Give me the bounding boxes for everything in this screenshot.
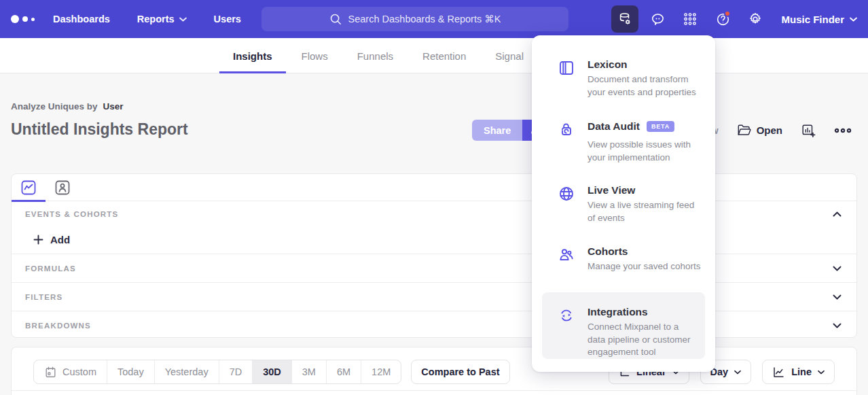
- ellipsis-icon: [834, 128, 852, 133]
- calendar-icon: [44, 366, 57, 379]
- add-to-dashboard-icon: [801, 123, 816, 138]
- report-title[interactable]: Untitled Insights Report: [11, 120, 188, 139]
- menu-item-data-audit[interactable]: Data Audit BETA View possible issues wit…: [532, 120, 715, 164]
- settings-button[interactable]: [739, 5, 772, 33]
- search-input[interactable]: Search Dashboards & Reports ⌘K: [261, 7, 568, 31]
- project-name: Music Finder: [781, 14, 844, 25]
- folder-icon: [737, 124, 751, 137]
- chevron-up-icon[interactable]: [833, 211, 842, 217]
- range-yesterday[interactable]: Yesterday: [155, 360, 219, 383]
- lexicon-icon: [558, 59, 575, 77]
- menu-item-lexicon[interactable]: Lexicon Document and transform your even…: [532, 58, 715, 99]
- range-3m[interactable]: 3M: [292, 360, 327, 383]
- query-builder-panel: EVENTS & COHORTS Add FORMULAS FILTERS BR…: [11, 173, 857, 338]
- line-chart-icon: [772, 366, 785, 379]
- breadcrumb: Analyze Uniques byUser: [11, 101, 124, 111]
- tab-signal[interactable]: Signal: [482, 38, 537, 73]
- section-events-cohorts[interactable]: EVENTS & COHORTS: [12, 201, 856, 226]
- range-today[interactable]: Today: [107, 360, 155, 383]
- compare-to-past-button[interactable]: Compare to Past: [411, 360, 509, 384]
- chevron-down-icon[interactable]: [833, 294, 842, 300]
- help-button[interactable]: [706, 5, 739, 33]
- section-filters[interactable]: FILTERS: [12, 283, 856, 311]
- range-6m[interactable]: 6M: [327, 360, 361, 383]
- tab-retention[interactable]: Retention: [409, 38, 480, 73]
- open-report-button[interactable]: Open: [737, 124, 782, 137]
- chart-tab-icon: [20, 179, 37, 196]
- tools-dropdown-menu: Lexicon Document and transform your even…: [532, 35, 715, 372]
- person-tab-icon: [54, 179, 71, 196]
- events-tab[interactable]: [12, 174, 46, 201]
- section-breakdowns[interactable]: BREAKDOWNS: [12, 311, 856, 339]
- message-bubble-icon: [650, 12, 666, 27]
- apps-grid-button[interactable]: [674, 5, 706, 33]
- data-audit-icon: [558, 121, 575, 139]
- top-navigation: Dashboards Reports Users Search Dashboar…: [0, 0, 868, 38]
- share-button[interactable]: Share: [472, 120, 522, 141]
- nav-item-reports[interactable]: Reports: [137, 14, 187, 24]
- add-to-dashboard-button[interactable]: [801, 123, 816, 138]
- cohorts-icon: [558, 246, 575, 264]
- menu-item-integrations[interactable]: Integrations Connect Mixpanel to a data …: [542, 292, 705, 359]
- plus-icon: [33, 235, 43, 245]
- chevron-down-icon: [179, 17, 187, 22]
- date-range-control: Custom Today Yesterday 7D 30D 3M 6M 12M: [33, 360, 401, 384]
- chart-type-dropdown[interactable]: Line: [762, 360, 835, 384]
- apps-grid-icon: [683, 12, 698, 27]
- tab-flows[interactable]: Flows: [288, 38, 342, 73]
- more-options-button[interactable]: [834, 128, 852, 133]
- query-builder-tabs: [12, 174, 856, 201]
- range-7d[interactable]: 7D: [219, 360, 253, 383]
- add-event-button[interactable]: Add: [12, 226, 856, 254]
- project-switcher[interactable]: Music Finder: [781, 14, 857, 25]
- section-formulas[interactable]: FORMULAS: [12, 254, 856, 282]
- chevron-down-icon[interactable]: [833, 266, 842, 271]
- search-icon: [329, 13, 342, 25]
- range-30d[interactable]: 30D: [253, 360, 292, 383]
- range-12m[interactable]: 12M: [361, 360, 401, 383]
- messages-button[interactable]: [641, 5, 674, 33]
- integrations-icon: [558, 307, 575, 324]
- chart-panel: Custom Today Yesterday 7D 30D 3M 6M 12M …: [11, 347, 857, 395]
- mixpanel-logo[interactable]: [11, 12, 35, 26]
- chevron-down-icon: [734, 370, 741, 375]
- profiles-tab[interactable]: [46, 174, 79, 201]
- chevron-down-icon: [850, 17, 857, 22]
- beta-badge: BETA: [647, 121, 674, 132]
- data-management-icon: [617, 12, 632, 27]
- chevron-down-icon[interactable]: [833, 323, 842, 328]
- live-view-icon: [558, 185, 575, 203]
- nav-item-dashboards[interactable]: Dashboards: [53, 14, 110, 24]
- nav-item-users[interactable]: Users: [214, 14, 241, 24]
- range-custom[interactable]: Custom: [34, 360, 107, 383]
- tab-insights[interactable]: Insights: [219, 38, 286, 73]
- chevron-down-icon: [818, 370, 825, 375]
- gear-icon: [748, 12, 763, 27]
- menu-item-live-view[interactable]: Live View View a live streaming feed of …: [532, 184, 715, 224]
- menu-item-cohorts[interactable]: Cohorts Manage your saved cohorts: [532, 245, 715, 273]
- report-tabbar: Insights Flows Funnels Retention Signal …: [0, 38, 868, 73]
- search-placeholder: Search Dashboards & Reports ⌘K: [348, 14, 501, 24]
- uniques-by-selector[interactable]: User: [103, 101, 124, 111]
- data-management-button[interactable]: [611, 5, 638, 33]
- tab-funnels[interactable]: Funnels: [344, 38, 407, 73]
